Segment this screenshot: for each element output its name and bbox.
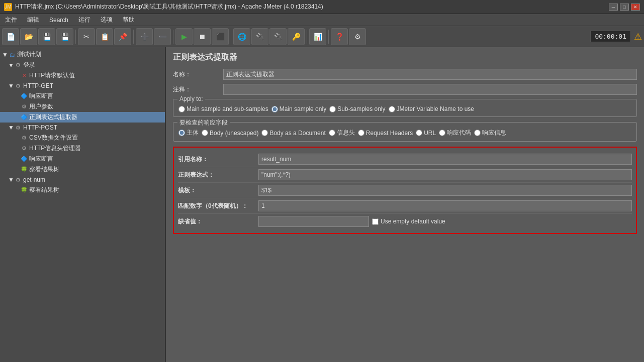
copy-button[interactable]: 📋 <box>96 28 113 45</box>
radio-body-unescaped[interactable]: Body (unescaped) <box>202 130 258 137</box>
close-button[interactable]: ✕ <box>631 4 640 11</box>
regex-input[interactable] <box>261 171 629 178</box>
radio-info-header-input[interactable] <box>329 130 335 136</box>
radio-body-as-doc-input[interactable] <box>261 130 268 136</box>
default-value-input[interactable] <box>258 216 369 227</box>
remote-clear-button[interactable]: 🔑 <box>288 28 305 45</box>
radio-req-headers[interactable]: Request Headers <box>358 130 413 137</box>
remote-shutdown-button[interactable]: 🔌 <box>269 28 287 45</box>
comment-input[interactable] <box>223 84 637 95</box>
view-results2-label: 察看结果树 <box>29 186 59 194</box>
sidebar-item-http-header-mgr[interactable]: ⚙ HTTP信息头管理器 <box>0 143 165 154</box>
ref-name-value <box>258 154 632 165</box>
stop-button[interactable]: ⬛ <box>212 28 229 45</box>
radio-body-input[interactable] <box>178 130 185 136</box>
sidebar-item-regex-extractor[interactable]: 🔷 正则表达式提取器 <box>0 112 165 123</box>
name-input[interactable] <box>223 69 637 80</box>
menu-file[interactable]: 文件 <box>2 15 20 25</box>
menu-edit[interactable]: 编辑 <box>24 15 42 25</box>
menu-help[interactable]: 帮助 <box>120 15 138 25</box>
test-plan-label: 测试计划 <box>17 50 41 59</box>
regex-extractor-icon: 🔷 <box>20 113 28 122</box>
radio-main-sub[interactable]: Main sample and sub-samples <box>178 105 268 112</box>
radio-main-only[interactable]: Main sample only <box>271 105 326 112</box>
run-button[interactable]: ▶ <box>175 28 193 45</box>
minimize-button[interactable]: ─ <box>609 4 618 11</box>
radio-main-sub-input[interactable] <box>178 106 185 112</box>
radio-resp-code-label: 响应代码 <box>447 129 471 137</box>
sidebar-item-login[interactable]: ▼ ⚙ 登录 <box>0 60 165 70</box>
cut-button[interactable]: ✂ <box>78 28 95 45</box>
check-field-radio-group: 主体 Body (unescaped) Body as a Document 信… <box>178 127 631 137</box>
regex-value <box>258 169 632 180</box>
ref-name-input[interactable] <box>261 156 629 163</box>
sidebar-item-response-assert2[interactable]: 🔷 响应断言 <box>0 154 165 164</box>
radio-body-unescaped-input[interactable] <box>202 130 208 136</box>
use-empty-option[interactable]: Use empty default value <box>372 218 445 225</box>
match-no-value <box>258 200 632 211</box>
radio-info-header[interactable]: 信息头 <box>329 129 355 137</box>
template-row: 模板： <box>178 183 632 198</box>
radio-req-headers-label: Request Headers <box>366 130 413 137</box>
sidebar-item-http-get[interactable]: ▼ ⚙ HTTP-GET <box>0 81 165 91</box>
toolbar-sep-4 <box>231 30 231 44</box>
http-default-icon: ✕ <box>20 72 28 80</box>
sidebar-item-get-num[interactable]: ▼ ⚙ get-num <box>0 175 165 185</box>
template-input[interactable] <box>261 187 629 194</box>
radio-body-as-doc[interactable]: Body as a Document <box>261 130 325 137</box>
stop-thread-button[interactable]: ⏹ <box>194 28 211 45</box>
toolbar-sep-1 <box>75 30 76 44</box>
template-button[interactable]: 📊 <box>309 28 326 45</box>
maximize-button[interactable]: □ <box>620 4 629 11</box>
sidebar-item-response-assert[interactable]: 🔷 响应断言 <box>0 91 165 101</box>
radio-body-label: 主体 <box>187 129 199 137</box>
radio-resp-code-input[interactable] <box>439 130 445 136</box>
new-button[interactable]: 📄 <box>2 28 19 45</box>
sidebar-item-view-results[interactable]: 🍀 察看结果树 <box>0 164 165 175</box>
sidebar-item-http-post[interactable]: ▼ ⚙ HTTP-POST <box>0 123 165 133</box>
radio-sub-only-label: Sub-samples only <box>337 105 385 112</box>
sidebar-item-user-params[interactable]: ⚙ 用户参数 <box>0 101 165 112</box>
menu-run[interactable]: 运行 <box>75 15 94 25</box>
response-assert2-label: 响应断言 <box>29 155 53 163</box>
radio-jmeter-var-input[interactable] <box>389 106 395 112</box>
match-no-input[interactable] <box>261 202 629 209</box>
sidebar-item-csv-setup[interactable]: ⚙ CSV数据文件设置 <box>0 133 165 143</box>
use-empty-checkbox[interactable] <box>372 218 379 225</box>
paste-button[interactable]: 📌 <box>114 28 131 45</box>
radio-req-headers-input[interactable] <box>358 130 364 136</box>
sidebar-item-view-results2[interactable]: 🍀 察看结果树 <box>0 185 165 195</box>
radio-resp-msg-input[interactable] <box>474 130 481 136</box>
radio-jmeter-var[interactable]: JMeter Variable Name to use <box>389 105 475 112</box>
name-label: 名称： <box>173 70 223 79</box>
radio-body[interactable]: 主体 <box>178 129 199 137</box>
remote-start-button[interactable]: 🌐 <box>233 28 250 45</box>
radio-sub-only-input[interactable] <box>329 106 336 112</box>
remote-stop-button[interactable]: 🔌 <box>251 28 268 45</box>
extractor-fields-section: 引用名称： 正则表达式： 模板： 匹配数字（0代表随机）： <box>173 147 637 234</box>
radio-sub-only[interactable]: Sub-samples only <box>329 105 385 112</box>
save-all-button[interactable]: 💾 <box>38 28 55 45</box>
toolbar: 📄 📂 💾 💾 ✂ 📋 📌 ➕ ➖ ▶ ⏹ ⬛ 🌐 🔌 🔌 🔑 📊 ❓ ⚙ 00… <box>0 26 644 47</box>
help-button[interactable]: ❓ <box>331 28 348 45</box>
sidebar-item-http-default[interactable]: ✕ HTTP请求默认值 <box>0 70 165 81</box>
settings-button[interactable]: ⚙ <box>349 28 366 45</box>
csv-setup-icon: ⚙ <box>20 134 28 142</box>
radio-resp-msg[interactable]: 响应信息 <box>474 129 506 137</box>
radio-main-only-input[interactable] <box>271 106 278 112</box>
sidebar-item-test-plan[interactable]: ▼ 🗂 测试计划 <box>0 49 165 60</box>
http-header-mgr-icon: ⚙ <box>20 145 28 153</box>
window-title: HTTP请求.jmx (C:\Users\Administrator\Deskt… <box>15 3 323 11</box>
radio-url[interactable]: URL <box>416 130 436 137</box>
http-get-label: HTTP-GET <box>23 82 53 89</box>
default-label: 缺省值： <box>178 217 258 226</box>
save-button[interactable]: 💾 <box>56 28 73 45</box>
radio-resp-code[interactable]: 响应代码 <box>439 129 471 137</box>
toolbar-sep-5 <box>307 30 307 44</box>
add-button[interactable]: ➕ <box>136 28 153 45</box>
remove-button[interactable]: ➖ <box>154 28 171 45</box>
menu-options[interactable]: 选项 <box>98 15 116 25</box>
menu-search[interactable]: Search <box>46 16 71 25</box>
radio-url-input[interactable] <box>416 130 422 136</box>
open-button[interactable]: 📂 <box>20 28 37 45</box>
